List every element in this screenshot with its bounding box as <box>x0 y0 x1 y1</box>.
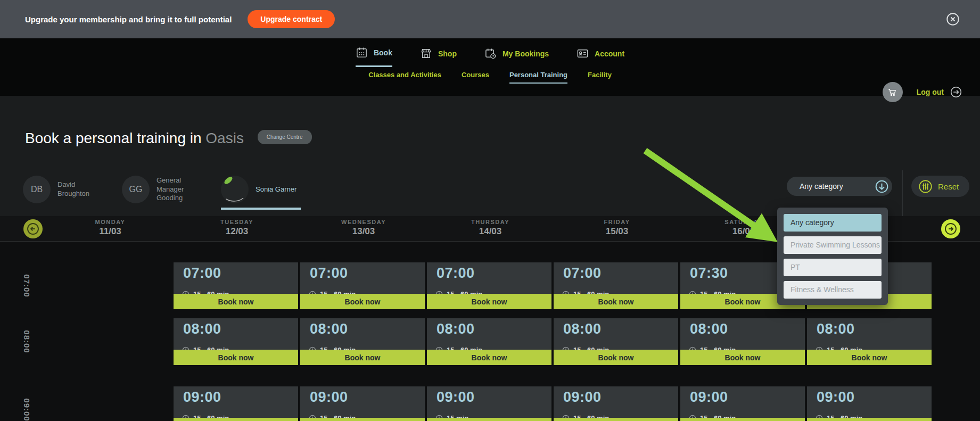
empty-slot <box>47 318 171 365</box>
book-now-button[interactable]: Book now <box>174 418 298 421</box>
time-label: 08:00 <box>22 330 31 353</box>
avatar <box>221 176 249 203</box>
slot-time: 07:00 <box>563 265 602 282</box>
booking-card: 07:0015 - 60 minBook now <box>174 262 298 309</box>
book-now-button[interactable]: Book now <box>554 350 678 365</box>
schedule-row: 08:0008:0015 - 60 minBook now08:0015 - 6… <box>0 318 980 365</box>
trainer-tabs: DBDavid BroughtonGGGeneral Manager Goodi… <box>23 171 310 208</box>
book-now-button[interactable]: Book now <box>807 418 932 421</box>
slot-time: 09:00 <box>183 389 221 406</box>
slot-time: 07:00 <box>310 265 348 282</box>
trainer-name: David Broughton <box>57 180 108 199</box>
subnav-tab-personal-training[interactable]: Personal Training <box>509 71 567 84</box>
change-centre-button[interactable]: Change Centre <box>258 130 312 144</box>
trainer-name: Sonia Garner <box>256 185 297 194</box>
nav-tab-book[interactable]: Book <box>356 46 392 67</box>
book-sub-nav: Classes and ActivitiesCoursesPersonal Tr… <box>0 71 980 84</box>
booking-card: 08:0015 - 60 minBook now <box>680 318 805 365</box>
page-title: Book a personal training in Oasis Change… <box>25 130 312 147</box>
book-now-button[interactable]: Book now <box>427 350 551 365</box>
book-now-button[interactable]: Book now <box>300 294 425 309</box>
slot-time: 09:00 <box>563 389 602 406</box>
schedule-row: 09:0009:0015 - 60 minBook now09:0015 - 6… <box>0 386 980 421</box>
category-option-fitness-wellness[interactable]: Fitness & Wellness <box>784 281 882 299</box>
category-dropdown[interactable]: Any category <box>787 177 892 196</box>
slot-time: 07:00 <box>437 265 475 282</box>
arrow-left-icon <box>25 221 41 237</box>
logout-icon <box>949 85 963 99</box>
cart-icon[interactable] <box>883 82 903 102</box>
booking-card: 08:0015 - 60 minBook now <box>174 318 298 365</box>
filter-sliders-icon <box>918 179 933 194</box>
time-gutter: 07:00 <box>0 262 47 309</box>
booking-card: 08:0015 - 60 minBook now <box>300 318 425 365</box>
trainer-tab-general-manager-gooding[interactable]: GGGeneral Manager Gooding <box>122 171 221 208</box>
slot-time: 07:30 <box>690 265 728 282</box>
category-option-private-swimming-lessons[interactable]: Private Swimming Lessons <box>784 236 882 254</box>
nav-tab-label: Account <box>595 49 624 58</box>
book-now-button[interactable]: Book now <box>174 294 298 309</box>
slot-time: 09:00 <box>817 389 855 406</box>
trainer-tab-david-broughton[interactable]: DBDavid Broughton <box>23 171 122 208</box>
shop-icon <box>420 47 433 60</box>
calendar-icon <box>356 46 368 59</box>
nav-right: Log out <box>883 82 963 102</box>
subnav-tab-facility[interactable]: Facility <box>588 71 612 84</box>
main-nav: BookShopMy BookingsAccount <box>0 38 980 67</box>
page-title-text: Book a personal training in <box>25 130 202 146</box>
book-now-button[interactable]: Book now <box>554 418 678 421</box>
book-now-button[interactable]: Book now <box>680 350 805 365</box>
booking-card: 09:0015 - 60 minBook now <box>554 386 678 421</box>
nav-tab-my-bookings[interactable]: My Bookings <box>484 46 549 67</box>
day-name: THURSDAY <box>427 219 554 225</box>
subnav-tab-courses[interactable]: Courses <box>462 71 489 84</box>
day-name: FRIDAY <box>554 219 680 225</box>
day-header: WEDNESDAY13/03 <box>300 219 427 237</box>
category-option-any-category[interactable]: Any category <box>784 214 882 232</box>
booking-card: 08:0015 - 60 minBook now <box>807 318 932 365</box>
booking-card: 09:0015 - 60 minBook now <box>807 386 932 421</box>
hero-section: Book a personal training in Oasis Change… <box>0 96 980 168</box>
nav-tab-label: Shop <box>438 49 457 58</box>
nav-tab-shop[interactable]: Shop <box>420 46 457 67</box>
category-dropdown-panel: Any categoryPrivate Swimming LessonsPTFi… <box>777 208 888 305</box>
time-label: 09:00 <box>22 398 31 421</box>
day-date: 12/03 <box>174 226 300 237</box>
booking-card: 09:0015 - 60 minBook now <box>300 386 425 421</box>
book-now-button[interactable]: Book now <box>554 294 678 309</box>
logout-button[interactable]: Log out <box>917 85 963 99</box>
book-now-button[interactable]: Book now <box>174 350 298 365</box>
nav-tab-account[interactable]: Account <box>577 46 624 67</box>
previous-week-button[interactable] <box>23 219 43 238</box>
calendar-clock-icon <box>484 47 497 60</box>
book-now-button[interactable]: Book now <box>807 350 932 365</box>
time-gutter: 09:00 <box>0 386 47 421</box>
avatar: DB <box>23 176 51 203</box>
slot-time: 08:00 <box>563 321 602 337</box>
booking-card: 08:0015 - 60 minBook now <box>427 318 551 365</box>
book-now-button[interactable]: Book now <box>680 418 805 421</box>
day-name: WEDNESDAY <box>300 219 427 225</box>
time-gutter: 08:00 <box>0 318 47 365</box>
upgrade-contract-button[interactable]: Upgrade contract <box>248 10 335 28</box>
empty-slot <box>47 262 171 309</box>
reset-label: Reset <box>938 182 959 191</box>
next-week-button[interactable] <box>941 219 960 238</box>
centre-name: Oasis <box>205 130 244 146</box>
avatar: GG <box>122 176 150 203</box>
day-header: MONDAY11/03 <box>47 219 174 237</box>
divider <box>902 170 903 216</box>
slot-time: 09:00 <box>310 389 348 406</box>
slot-time: 07:00 <box>183 265 221 282</box>
book-now-button[interactable]: Book now <box>300 418 425 421</box>
close-icon[interactable] <box>945 11 961 27</box>
category-option-pt[interactable]: PT <box>784 259 882 276</box>
book-now-button[interactable]: Book now <box>427 418 551 421</box>
trainer-tab-sonia-garner[interactable]: Sonia Garner <box>221 171 310 208</box>
reset-button[interactable]: Reset <box>911 176 969 197</box>
subnav-tab-classes-and-activities[interactable]: Classes and Activities <box>368 71 441 84</box>
slot-time: 08:00 <box>437 321 475 337</box>
booking-card: 09:0015 - 60 minBook now <box>174 386 298 421</box>
book-now-button[interactable]: Book now <box>300 350 425 365</box>
book-now-button[interactable]: Book now <box>427 294 551 309</box>
